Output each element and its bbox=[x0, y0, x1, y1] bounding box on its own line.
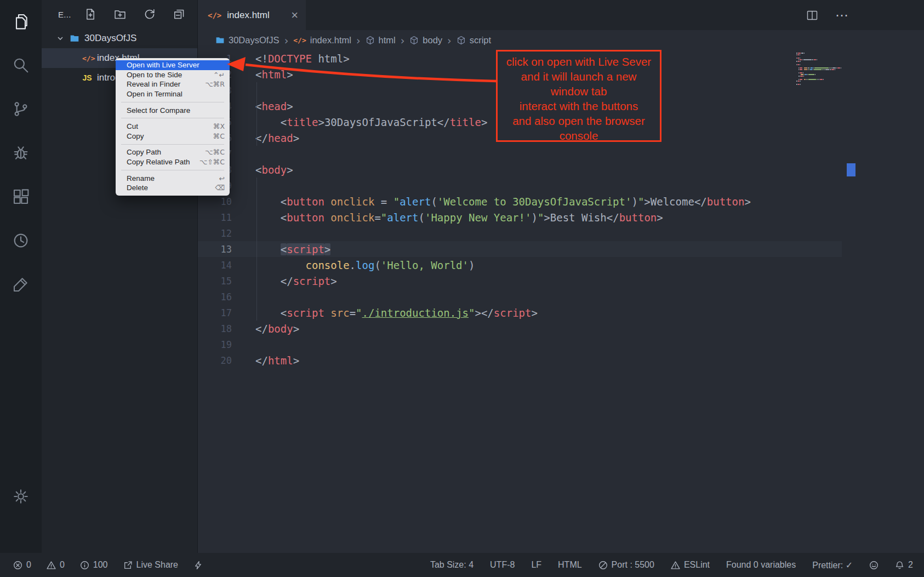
menu-item-shortcut: ⌘C bbox=[213, 132, 225, 140]
menu-item-copy-path[interactable]: Copy Path⌥⌘C bbox=[116, 147, 230, 157]
status-item-eslint[interactable]: ESLint bbox=[671, 560, 710, 570]
info-icon bbox=[80, 561, 89, 570]
status-bar: 00100Live Share Tab Size: 4UTF-8LFHTMLPo… bbox=[0, 553, 924, 577]
line-number: 14 bbox=[198, 260, 232, 271]
code-line-15[interactable]: 15 </script> bbox=[198, 273, 842, 289]
code-line-13[interactable]: 13 <script> bbox=[198, 241, 842, 257]
annotation-text-line: interact with the buttons bbox=[498, 99, 660, 113]
code-line-11[interactable]: 11 <button onclick="alert('Happy New Yea… bbox=[198, 209, 842, 225]
code-line-19[interactable]: 19 bbox=[198, 336, 842, 352]
breadcrumb-label: html bbox=[379, 35, 396, 45]
status-item-lf[interactable]: LF bbox=[531, 560, 541, 570]
menu-item-shortcut: ⌃↵ bbox=[213, 71, 225, 79]
status-item-html[interactable]: HTML bbox=[558, 560, 582, 570]
code-line-18[interactable]: 18</body> bbox=[198, 321, 842, 336]
tree-folder-30daysofjs[interactable]: 30DaysOfJS bbox=[42, 28, 197, 48]
minimap[interactable] bbox=[796, 53, 847, 85]
breadcrumb-item-index.html[interactable]: </>index.html bbox=[293, 35, 351, 45]
status-item-0[interactable]: 0 bbox=[47, 560, 65, 570]
menu-item-label: Open to the Side bbox=[127, 71, 182, 79]
search-icon[interactable] bbox=[12, 56, 30, 75]
chevron-down-icon bbox=[56, 34, 65, 43]
status-item-lightning[interactable] bbox=[193, 560, 203, 570]
new-folder-icon[interactable] bbox=[114, 8, 126, 20]
pen-icon[interactable] bbox=[12, 275, 30, 294]
code-text: <button onclick="alert('Happy New Year!'… bbox=[232, 212, 663, 224]
status-item-label: Port : 5500 bbox=[612, 560, 654, 570]
history-icon[interactable] bbox=[12, 231, 30, 250]
debug-icon[interactable] bbox=[12, 144, 30, 162]
status-item-live-share[interactable]: Live Share bbox=[123, 560, 179, 570]
more-actions-icon[interactable]: ⋯ bbox=[835, 8, 848, 23]
split-editor-icon[interactable] bbox=[806, 9, 819, 22]
status-item-tab-size-4[interactable]: Tab Size: 4 bbox=[430, 560, 474, 570]
line-number: 13 bbox=[198, 244, 232, 255]
code-text: console.log('Hello, World') bbox=[232, 259, 475, 271]
status-item-label: Live Share bbox=[136, 560, 179, 570]
close-icon[interactable]: × bbox=[291, 9, 298, 21]
breadcrumb-separator: › bbox=[401, 35, 405, 47]
tab-index-html[interactable]: </> index.html × bbox=[198, 0, 306, 30]
code-text: </head> bbox=[232, 132, 299, 144]
breadcrumb-item-body[interactable]: body bbox=[409, 35, 442, 45]
breadcrumb-item-script[interactable]: script bbox=[457, 35, 491, 45]
js-file-icon: JS bbox=[82, 73, 92, 82]
menu-item-shortcut: ⌥⌘C bbox=[205, 148, 225, 156]
bell-icon bbox=[895, 561, 904, 570]
code-text: </html> bbox=[232, 355, 299, 367]
source-control-icon[interactable] bbox=[12, 100, 30, 118]
menu-item-label: Open with Live Server bbox=[127, 61, 199, 69]
status-item-2[interactable]: 2 bbox=[895, 560, 913, 570]
html-file-icon: </> bbox=[293, 36, 306, 44]
explorer-header: E... bbox=[42, 0, 197, 28]
status-item-utf-8[interactable]: UTF-8 bbox=[490, 560, 515, 570]
lightning-icon bbox=[193, 561, 203, 570]
extensions-icon[interactable] bbox=[12, 187, 30, 206]
breadcrumb-label: index.html bbox=[310, 35, 351, 45]
code-line-9[interactable]: 9 bbox=[198, 178, 842, 193]
status-item-label: 0 bbox=[26, 560, 31, 570]
menu-item-open-in-terminal[interactable]: Open in Terminal bbox=[116, 89, 230, 99]
status-item-found-0-variables[interactable]: Found 0 variables bbox=[726, 560, 796, 570]
status-left: 00100Live Share bbox=[13, 560, 203, 570]
menu-item-copy[interactable]: Copy⌘C bbox=[116, 132, 230, 141]
code-text: </script> bbox=[232, 275, 337, 287]
annotation-box: click on open with Live Severand it will… bbox=[496, 50, 661, 142]
code-text: <html> bbox=[232, 68, 293, 81]
menu-item-delete[interactable]: Delete⌫ bbox=[116, 183, 230, 193]
code-line-8[interactable]: 8<body> bbox=[198, 162, 842, 178]
status-item-prettier-[interactable]: Prettier: ✓ bbox=[812, 560, 853, 570]
menu-item-open-to-the-side[interactable]: Open to the Side⌃↵ bbox=[116, 70, 230, 80]
annotation-text-line: window tab bbox=[498, 84, 660, 99]
code-line-12[interactable]: 12 bbox=[198, 225, 842, 241]
status-item-port-5500[interactable]: Port : 5500 bbox=[598, 560, 654, 570]
new-file-icon[interactable] bbox=[84, 8, 96, 20]
breadcrumb-separator: › bbox=[356, 35, 361, 47]
code-line-14[interactable]: 14 console.log('Hello, World') bbox=[198, 257, 842, 273]
menu-item-select-for-compare[interactable]: Select for Compare bbox=[116, 105, 230, 115]
code-line-16[interactable]: 16 bbox=[198, 289, 842, 305]
menu-item-label: Copy Path bbox=[127, 148, 161, 156]
menu-item-rename[interactable]: Rename↩ bbox=[116, 173, 230, 183]
menu-item-cut[interactable]: Cut⌘X bbox=[116, 122, 230, 132]
status-item-label: LF bbox=[531, 560, 541, 570]
breadcrumb-item-html[interactable]: html bbox=[366, 35, 396, 45]
status-item-100[interactable]: 100 bbox=[80, 560, 108, 570]
code-line-10[interactable]: 10 <button onclick = "alert('Welcome to … bbox=[198, 193, 842, 209]
code-line-17[interactable]: 17 <script src="./introduction.js"></scr… bbox=[198, 305, 842, 321]
menu-item-reveal-in-finder[interactable]: Reveal in Finder⌥⌘R bbox=[116, 79, 230, 89]
code-line-20[interactable]: 20</html> bbox=[198, 352, 842, 368]
breadcrumb-separator: › bbox=[447, 35, 452, 47]
menu-item-open-with-live-server[interactable]: Open with Live Server bbox=[116, 60, 230, 70]
explorer-icon[interactable] bbox=[12, 12, 30, 31]
code-line-7[interactable]: 7 bbox=[198, 146, 842, 162]
settings-gear-icon[interactable] bbox=[12, 487, 30, 506]
refresh-icon[interactable] bbox=[144, 8, 156, 20]
collapse-all-icon[interactable] bbox=[173, 8, 185, 20]
status-item-0[interactable]: 0 bbox=[13, 560, 31, 570]
activity-bar bbox=[0, 0, 42, 553]
tab-bar: </> index.html × ⋯ bbox=[198, 0, 924, 30]
status-item-smiley[interactable] bbox=[869, 560, 879, 570]
breadcrumb-item-30daysofjs[interactable]: 30DaysOfJS bbox=[215, 35, 280, 45]
menu-item-copy-relative-path[interactable]: Copy Relative Path⌥⇧⌘C bbox=[116, 157, 230, 167]
